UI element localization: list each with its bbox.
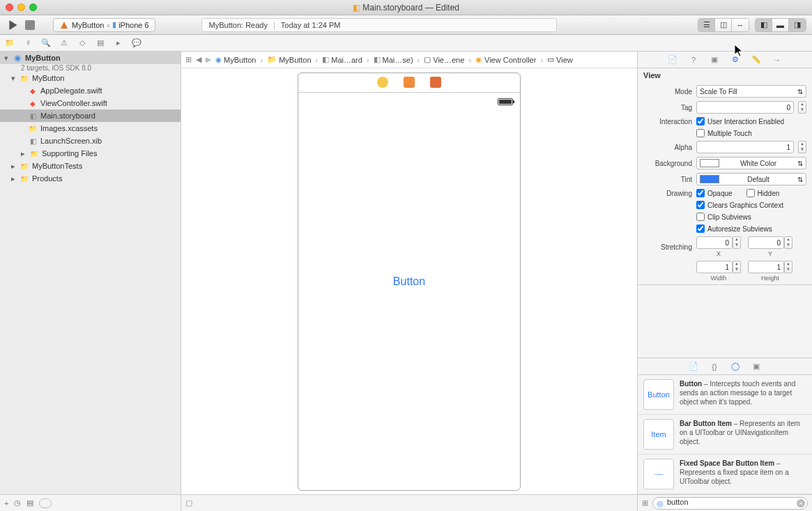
disclosure-triangle-icon[interactable]: ▾ <box>3 54 10 63</box>
disclosure-triangle-icon[interactable]: ▸ <box>10 162 17 171</box>
canvas-button[interactable]: Button <box>298 275 520 288</box>
group-app[interactable]: ▾ 📁 MyButton <box>0 72 181 84</box>
back-icon[interactable]: ◀ <box>196 55 201 64</box>
vc-icon[interactable] <box>377 77 388 88</box>
mode-dropdown[interactable]: Scale To Fill⇅ <box>696 85 806 98</box>
stop-button[interactable] <box>25 20 35 30</box>
view-controller-scene[interactable]: Button <box>298 73 521 491</box>
project-root[interactable]: ▾ ◉ MyButton <box>0 52 181 64</box>
quick-help-icon[interactable]: ? <box>688 54 699 66</box>
background-dropdown[interactable]: White Color⇅ <box>696 157 806 169</box>
stretch-w-stepper[interactable]: ▲▼ <box>733 261 741 273</box>
crumb-text[interactable]: View <box>556 56 573 64</box>
crumb-text[interactable]: View Controller <box>484 56 536 64</box>
assistant-editor-icon[interactable]: ◫ <box>715 19 732 31</box>
crumb-text[interactable]: Vie…ene <box>433 56 464 64</box>
multiple-touch-checkbox[interactable] <box>696 129 705 137</box>
project-navigator-icon[interactable]: 📁 <box>4 38 15 49</box>
tag-stepper[interactable]: ▲▼ <box>798 101 806 114</box>
filter-icon[interactable] <box>39 498 52 508</box>
hidden-text: Hidden <box>758 190 780 197</box>
file-appdelegate[interactable]: ◆ AppDelegate.swift <box>0 84 181 97</box>
attributes-inspector-icon[interactable]: ⚙ <box>730 54 741 66</box>
storyboard-canvas[interactable]: Button <box>181 68 637 494</box>
library-search-field[interactable]: ◎ button × <box>652 497 808 510</box>
right-panel-icon[interactable]: ◨ <box>789 19 806 31</box>
connections-inspector-icon[interactable]: → <box>772 54 783 66</box>
library-item-fixedspace[interactable]: ······ Fixed Space Bar Button Item – Rep… <box>638 455 812 494</box>
clear-icon[interactable]: × <box>797 499 805 508</box>
stretch-h-stepper[interactable]: ▲▼ <box>784 261 792 273</box>
group-products[interactable]: ▸ 📁 Products <box>0 172 181 185</box>
forward-icon[interactable]: ▶ <box>206 55 211 64</box>
file-storyboard[interactable]: ◧ Main.storyboard <box>0 109 181 122</box>
media-library-icon[interactable]: ▣ <box>751 361 762 372</box>
test-navigator-icon[interactable]: ◇ <box>77 38 88 49</box>
object-library-icon[interactable]: ◯ <box>730 361 741 372</box>
autoresize-checkbox[interactable] <box>696 224 705 233</box>
run-button[interactable] <box>6 19 21 31</box>
opaque-text: Opaque <box>707 190 733 197</box>
left-panel-icon[interactable]: ◧ <box>756 19 772 31</box>
scheme-selector[interactable]: MyButton › ▮ iPhone 6 <box>53 18 155 32</box>
clears-checkbox[interactable] <box>696 201 705 209</box>
related-items-icon[interactable]: ⊞ <box>185 55 192 64</box>
find-navigator-icon[interactable]: 🔍 <box>40 38 52 49</box>
hidden-checkbox[interactable] <box>746 189 755 197</box>
version-editor-icon[interactable]: ↔ <box>732 19 749 31</box>
crumb-text[interactable]: Mai…ard <box>331 56 362 64</box>
library-item-button[interactable]: Button Button – Intercepts touch events … <box>638 375 812 415</box>
symbol-navigator-icon[interactable]: ♯ <box>22 38 33 49</box>
stretch-y-stepper[interactable]: ▲▼ <box>784 236 792 249</box>
crumb-text[interactable]: MyButton <box>279 56 311 64</box>
issue-navigator-icon[interactable]: ⚠ <box>59 38 70 49</box>
multiple-touch-text: Multiple Touch <box>707 130 752 137</box>
document-outline-toggle-icon[interactable]: ▢ <box>185 498 192 508</box>
add-icon[interactable]: + <box>4 499 8 508</box>
user-interaction-checkbox[interactable] <box>696 117 705 125</box>
stretch-x-field[interactable]: 0 <box>696 236 733 249</box>
first-responder-icon[interactable] <box>404 77 415 88</box>
file-launchscreen[interactable]: ◧ LaunchScreen.xib <box>0 135 181 147</box>
drawing-label: Drawing <box>643 190 692 197</box>
standard-editor-icon[interactable]: ☰ <box>698 19 715 31</box>
clip-checkbox[interactable] <box>696 213 705 221</box>
crumb-text[interactable]: Mai…se) <box>383 56 413 64</box>
disclosure-triangle-icon[interactable]: ▸ <box>20 149 26 158</box>
tint-dropdown[interactable]: Default⇅ <box>696 173 806 185</box>
scm-icon[interactable]: ▤ <box>26 498 33 508</box>
library-item-barbutton[interactable]: Item Bar Button Item – Represents an ite… <box>638 415 812 455</box>
report-navigator-icon[interactable]: 💬 <box>131 38 142 49</box>
size-inspector-icon[interactable]: 📏 <box>751 54 762 66</box>
group-supporting[interactable]: ▸ 📁 Supporting Files <box>0 147 181 160</box>
bottom-panel-icon[interactable]: ▬ <box>772 19 789 31</box>
exit-icon[interactable] <box>430 77 441 88</box>
grid-view-icon[interactable]: ⊞ <box>642 498 648 508</box>
code-snippet-icon[interactable]: {} <box>709 361 720 372</box>
alpha-field[interactable]: 1 <box>696 141 794 153</box>
group-tests[interactable]: ▸ 📁 MyButtonTests <box>0 160 181 172</box>
identity-inspector-icon[interactable]: ▣ <box>709 54 720 66</box>
jump-bar[interactable]: ⊞ ◀ ▶ ◉MyButton› 📁MyButton› ◧Mai…ard› ◧M… <box>181 52 637 68</box>
opaque-checkbox[interactable] <box>696 189 705 197</box>
tag-field[interactable]: 0 <box>696 101 794 114</box>
library-list[interactable]: Button Button – Intercepts touch events … <box>638 375 812 494</box>
alpha-stepper[interactable]: ▲▼ <box>798 141 806 153</box>
file-viewcontroller[interactable]: ◆ ViewController.swift <box>0 97 181 109</box>
file-inspector-icon[interactable]: 📄 <box>667 54 678 66</box>
file-template-icon[interactable]: 📄 <box>688 361 699 372</box>
breakpoint-navigator-icon[interactable]: ▸ <box>113 38 124 49</box>
crumb-text[interactable]: MyButton <box>224 56 256 64</box>
stretch-w-field[interactable]: 1 <box>696 261 733 273</box>
file-images[interactable]: 📁 Images.xcassets <box>0 122 181 135</box>
editor-mode-segment[interactable]: ☰ ◫ ↔ <box>698 18 749 32</box>
recent-icon[interactable]: ◷ <box>14 498 21 508</box>
stretch-h-field[interactable]: 1 <box>748 261 784 273</box>
debug-navigator-icon[interactable]: ▤ <box>95 38 106 49</box>
disclosure-triangle-icon[interactable]: ▾ <box>10 74 17 83</box>
stretch-x-stepper[interactable]: ▲▼ <box>733 236 741 249</box>
panel-toggle-segment[interactable]: ◧ ▬ ◨ <box>755 18 806 32</box>
stretch-y-field[interactable]: 0 <box>748 236 784 249</box>
disclosure-triangle-icon[interactable]: ▸ <box>10 174 17 183</box>
tint-label: Tint <box>643 176 692 183</box>
